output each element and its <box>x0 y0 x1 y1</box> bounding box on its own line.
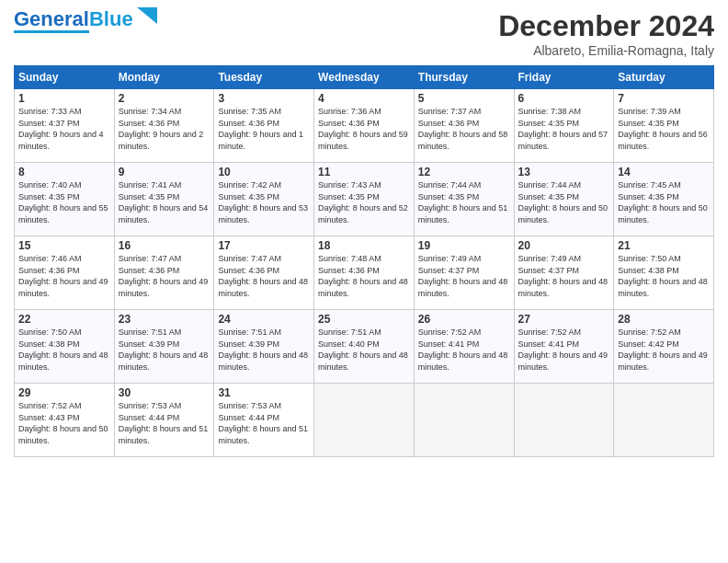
header-tuesday: Tuesday <box>214 66 314 89</box>
calendar-cell: 10 Sunrise: 7:42 AM Sunset: 4:35 PM Dayl… <box>214 163 314 236</box>
day-info: Sunrise: 7:50 AM Sunset: 4:38 PM Dayligh… <box>18 327 110 373</box>
day-info: Sunrise: 7:52 AM Sunset: 4:42 PM Dayligh… <box>618 327 710 373</box>
day-info: Sunrise: 7:53 AM Sunset: 4:44 PM Dayligh… <box>218 400 310 446</box>
day-number: 1 <box>18 92 110 105</box>
calendar-week-5: 29 Sunrise: 7:52 AM Sunset: 4:43 PM Dayl… <box>15 384 714 457</box>
day-info: Sunrise: 7:52 AM Sunset: 4:43 PM Dayligh… <box>18 400 110 446</box>
day-number: 25 <box>318 313 410 326</box>
calendar-cell: 6 Sunrise: 7:38 AM Sunset: 4:35 PM Dayli… <box>514 89 614 163</box>
day-info: Sunrise: 7:33 AM Sunset: 4:37 PM Dayligh… <box>18 106 110 152</box>
day-info: Sunrise: 7:51 AM Sunset: 4:40 PM Dayligh… <box>318 327 410 373</box>
day-number: 11 <box>318 166 410 178</box>
logo-underline <box>14 30 89 33</box>
day-number: 17 <box>218 239 310 252</box>
day-info: Sunrise: 7:51 AM Sunset: 4:39 PM Dayligh… <box>119 327 210 373</box>
logo: GeneralBlue <box>14 9 157 33</box>
header: GeneralBlue December 2024 Albareto, Emil… <box>14 9 714 58</box>
day-number: 22 <box>18 313 110 326</box>
header-friday: Friday <box>514 66 614 89</box>
calendar-cell: 24 Sunrise: 7:51 AM Sunset: 4:39 PM Dayl… <box>214 310 314 384</box>
day-number: 30 <box>119 386 210 399</box>
calendar-cell: 4 Sunrise: 7:36 AM Sunset: 4:36 PM Dayli… <box>314 89 415 163</box>
day-info: Sunrise: 7:49 AM Sunset: 4:37 PM Dayligh… <box>418 253 510 299</box>
day-number: 23 <box>119 313 210 326</box>
day-number: 28 <box>618 313 710 326</box>
calendar-cell: 14 Sunrise: 7:45 AM Sunset: 4:35 PM Dayl… <box>614 163 714 236</box>
calendar-cell: 9 Sunrise: 7:41 AM Sunset: 4:35 PM Dayli… <box>114 163 214 236</box>
day-info: Sunrise: 7:45 AM Sunset: 4:35 PM Dayligh… <box>618 179 710 225</box>
day-info: Sunrise: 7:39 AM Sunset: 4:35 PM Dayligh… <box>618 106 710 152</box>
calendar-week-2: 8 Sunrise: 7:40 AM Sunset: 4:35 PM Dayli… <box>15 163 714 236</box>
day-number: 20 <box>518 239 610 252</box>
calendar-cell: 31 Sunrise: 7:53 AM Sunset: 4:44 PM Dayl… <box>214 384 314 457</box>
calendar-cell: 23 Sunrise: 7:51 AM Sunset: 4:39 PM Dayl… <box>114 310 214 384</box>
calendar-cell: 19 Sunrise: 7:49 AM Sunset: 4:37 PM Dayl… <box>414 236 514 310</box>
day-number: 31 <box>218 386 310 399</box>
day-info: Sunrise: 7:52 AM Sunset: 4:41 PM Dayligh… <box>518 327 610 373</box>
day-info: Sunrise: 7:36 AM Sunset: 4:36 PM Dayligh… <box>318 106 410 152</box>
day-info: Sunrise: 7:52 AM Sunset: 4:41 PM Dayligh… <box>418 327 510 373</box>
day-info: Sunrise: 7:53 AM Sunset: 4:44 PM Dayligh… <box>119 400 210 446</box>
location: Albareto, Emilia-Romagna, Italy <box>498 43 714 58</box>
header-wednesday: Wednesday <box>314 66 415 89</box>
calendar-cell <box>514 384 614 457</box>
day-number: 3 <box>218 92 310 105</box>
calendar-cell: 26 Sunrise: 7:52 AM Sunset: 4:41 PM Dayl… <box>414 310 514 384</box>
calendar-week-3: 15 Sunrise: 7:46 AM Sunset: 4:36 PM Dayl… <box>15 236 714 310</box>
day-number: 10 <box>218 166 310 178</box>
calendar-cell: 25 Sunrise: 7:51 AM Sunset: 4:40 PM Dayl… <box>314 310 415 384</box>
calendar-cell: 5 Sunrise: 7:37 AM Sunset: 4:36 PM Dayli… <box>414 89 514 163</box>
calendar-cell <box>414 384 514 457</box>
day-number: 21 <box>618 239 710 252</box>
day-info: Sunrise: 7:42 AM Sunset: 4:35 PM Dayligh… <box>218 179 310 225</box>
day-info: Sunrise: 7:34 AM Sunset: 4:36 PM Dayligh… <box>119 106 210 152</box>
day-info: Sunrise: 7:37 AM Sunset: 4:36 PM Dayligh… <box>418 106 510 152</box>
day-info: Sunrise: 7:50 AM Sunset: 4:38 PM Dayligh… <box>618 253 710 299</box>
day-info: Sunrise: 7:48 AM Sunset: 4:36 PM Dayligh… <box>318 253 410 299</box>
day-number: 14 <box>618 166 710 178</box>
header-row: Sunday Monday Tuesday Wednesday Thursday… <box>15 66 714 89</box>
calendar-week-4: 22 Sunrise: 7:50 AM Sunset: 4:38 PM Dayl… <box>15 310 714 384</box>
calendar-cell: 17 Sunrise: 7:47 AM Sunset: 4:36 PM Dayl… <box>214 236 314 310</box>
day-info: Sunrise: 7:41 AM Sunset: 4:35 PM Dayligh… <box>119 179 210 225</box>
day-number: 16 <box>119 239 210 252</box>
logo-arrow-icon <box>137 7 157 28</box>
calendar-cell: 15 Sunrise: 7:46 AM Sunset: 4:36 PM Dayl… <box>15 236 115 310</box>
day-info: Sunrise: 7:44 AM Sunset: 4:35 PM Dayligh… <box>418 179 510 225</box>
day-number: 27 <box>518 313 610 326</box>
day-number: 15 <box>18 239 110 252</box>
calendar-cell: 12 Sunrise: 7:44 AM Sunset: 4:35 PM Dayl… <box>414 163 514 236</box>
calendar-cell: 13 Sunrise: 7:44 AM Sunset: 4:35 PM Dayl… <box>514 163 614 236</box>
day-info: Sunrise: 7:40 AM Sunset: 4:35 PM Dayligh… <box>18 179 110 225</box>
logo-general: General <box>14 7 89 30</box>
calendar-cell <box>614 384 714 457</box>
calendar-cell: 21 Sunrise: 7:50 AM Sunset: 4:38 PM Dayl… <box>614 236 714 310</box>
calendar-cell: 1 Sunrise: 7:33 AM Sunset: 4:37 PM Dayli… <box>15 89 115 163</box>
calendar-cell <box>314 384 415 457</box>
day-number: 7 <box>618 92 710 105</box>
day-number: 18 <box>318 239 410 252</box>
day-info: Sunrise: 7:49 AM Sunset: 4:37 PM Dayligh… <box>518 253 610 299</box>
calendar-cell: 18 Sunrise: 7:48 AM Sunset: 4:36 PM Dayl… <box>314 236 415 310</box>
day-number: 4 <box>318 92 410 105</box>
calendar-week-1: 1 Sunrise: 7:33 AM Sunset: 4:37 PM Dayli… <box>15 89 714 163</box>
day-number: 24 <box>218 313 310 326</box>
calendar-cell: 7 Sunrise: 7:39 AM Sunset: 4:35 PM Dayli… <box>614 89 714 163</box>
page-container: GeneralBlue December 2024 Albareto, Emil… <box>0 0 728 466</box>
calendar-cell: 3 Sunrise: 7:35 AM Sunset: 4:36 PM Dayli… <box>214 89 314 163</box>
day-number: 26 <box>418 313 510 326</box>
calendar-cell: 16 Sunrise: 7:47 AM Sunset: 4:36 PM Dayl… <box>114 236 214 310</box>
header-thursday: Thursday <box>414 66 514 89</box>
day-info: Sunrise: 7:47 AM Sunset: 4:36 PM Dayligh… <box>218 253 310 299</box>
calendar-cell: 20 Sunrise: 7:49 AM Sunset: 4:37 PM Dayl… <box>514 236 614 310</box>
day-info: Sunrise: 7:44 AM Sunset: 4:35 PM Dayligh… <box>518 179 610 225</box>
calendar-cell: 8 Sunrise: 7:40 AM Sunset: 4:35 PM Dayli… <box>15 163 115 236</box>
calendar-cell: 2 Sunrise: 7:34 AM Sunset: 4:36 PM Dayli… <box>114 89 214 163</box>
day-number: 13 <box>518 166 610 178</box>
day-number: 2 <box>119 92 210 105</box>
day-number: 8 <box>18 166 110 178</box>
day-number: 5 <box>418 92 510 105</box>
day-number: 9 <box>119 166 210 178</box>
logo-blue: Blue <box>89 7 133 30</box>
day-info: Sunrise: 7:38 AM Sunset: 4:35 PM Dayligh… <box>518 106 610 152</box>
